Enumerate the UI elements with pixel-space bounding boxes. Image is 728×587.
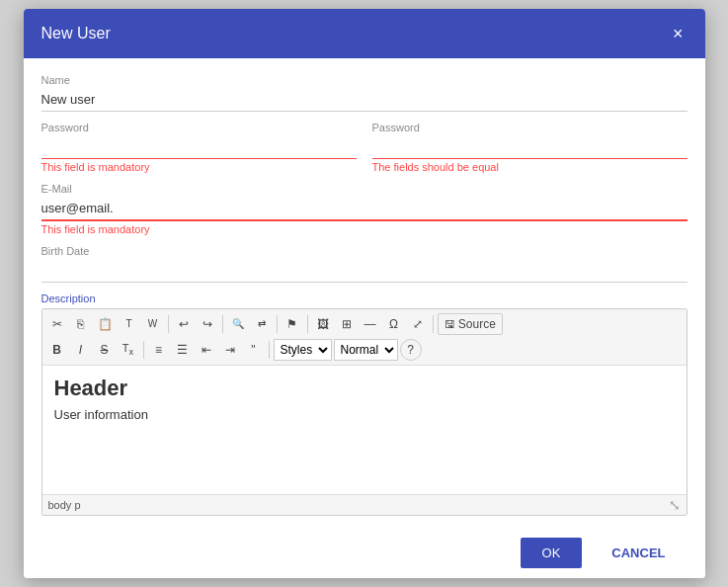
editor-statusbar: body p ⤡ — [42, 494, 687, 515]
unordered-list-btn[interactable]: ☰ — [172, 340, 194, 361]
cancel-button[interactable]: CANCEL — [590, 538, 687, 568]
password-confirm-input[interactable] — [372, 135, 688, 159]
birthdate-label: Birth Date — [41, 245, 688, 257]
statusbar-text: body p — [48, 499, 81, 511]
bold-btn[interactable]: B — [46, 340, 68, 361]
cut-btn[interactable]: ✂ — [46, 314, 68, 335]
italic-btn[interactable]: I — [70, 340, 92, 361]
name-field-group: Name — [41, 74, 688, 112]
dialog-body: Name Password This field is mandatory Pa… — [24, 58, 705, 529]
dialog-title: New User — [41, 25, 111, 42]
sep-4 — [307, 315, 308, 333]
password-field-group: Password This field is mandatory — [41, 122, 357, 173]
paste-text-btn[interactable]: T — [119, 315, 140, 333]
paste-btn[interactable]: 📋 — [94, 314, 117, 335]
copy-btn[interactable]: ⎘ — [70, 314, 92, 335]
find-btn[interactable]: 🔍 — [227, 315, 249, 333]
source-btn[interactable]: 🖫 Source — [438, 313, 503, 336]
undo-btn[interactable]: ↩ — [173, 314, 195, 335]
sep-5 — [433, 315, 434, 333]
maximize-btn[interactable]: ⤢ — [407, 314, 429, 335]
email-field-group: E-Mail This field is mandatory — [41, 183, 688, 235]
sep-7 — [269, 341, 270, 359]
password-confirm-label: Password — [372, 122, 688, 133]
close-button[interactable]: × — [669, 23, 688, 44]
styles-select[interactable]: Styles — [274, 339, 332, 361]
name-input[interactable] — [41, 88, 688, 112]
description-label: Description — [41, 293, 688, 304]
email-label: E-Mail — [41, 183, 688, 195]
flag-btn[interactable]: ⚑ — [282, 314, 303, 335]
birthdate-input[interactable] — [41, 259, 688, 283]
editor-paragraph: User information — [54, 407, 675, 422]
paste-word-btn[interactable]: W — [142, 315, 164, 333]
help-btn[interactable]: ? — [400, 339, 422, 361]
editor-heading: Header — [54, 376, 675, 401]
name-label: Name — [41, 74, 688, 86]
help-label: ? — [407, 342, 414, 359]
password-input[interactable] — [41, 135, 357, 159]
indent-btn[interactable]: ⇥ — [219, 340, 241, 361]
replace-btn[interactable]: ⇄ — [251, 315, 273, 333]
editor-content[interactable]: Header User information — [42, 366, 687, 494]
rich-text-editor: ✂ ⎘ 📋 T W ↩ ↪ 🔍 ⇄ ⚑ 🖼 ⊞ — — [41, 308, 688, 517]
dialog-header: New User × — [24, 9, 705, 58]
new-user-dialog: New User × Name Password This field is m… — [24, 9, 705, 579]
ok-button[interactable]: OK — [521, 538, 583, 568]
source-label: Source — [458, 317, 496, 331]
blockquote-btn[interactable]: " — [243, 340, 265, 361]
dialog-footer: OK CANCEL — [24, 528, 705, 578]
password-confirm-field-group: Password The fields should be equal — [372, 122, 688, 173]
special-char-btn[interactable]: Ω — [383, 314, 405, 335]
sep-3 — [277, 315, 278, 333]
strikethrough-btn[interactable]: S — [94, 340, 116, 361]
source-icon: 🖫 — [445, 318, 455, 330]
table-btn[interactable]: ⊞ — [336, 314, 358, 335]
password-row: Password This field is mandatory Passwor… — [41, 122, 688, 183]
remove-format-btn[interactable]: Tx — [118, 339, 139, 361]
redo-btn[interactable]: ↪ — [197, 314, 218, 335]
password-confirm-error: The fields should be equal — [372, 161, 688, 173]
email-error: This field is mandatory — [41, 223, 688, 235]
sep-2 — [222, 315, 223, 333]
toolbar-row-1: ✂ ⎘ 📋 T W ↩ ↪ 🔍 ⇄ ⚑ 🖼 ⊞ — — [46, 313, 683, 336]
ordered-list-btn[interactable]: ≡ — [148, 340, 170, 361]
sep-6 — [143, 341, 144, 359]
password-label: Password — [41, 122, 357, 133]
format-select[interactable]: Normal — [334, 339, 398, 361]
editor-toolbar: ✂ ⎘ 📋 T W ↩ ↪ 🔍 ⇄ ⚑ 🖼 ⊞ — — [42, 309, 687, 367]
image-btn[interactable]: 🖼 — [312, 314, 334, 335]
resize-handle[interactable]: ⤡ — [669, 497, 681, 513]
toolbar-row-2: B I S Tx ≡ ☰ ⇤ ⇥ " Styles Normal — [46, 339, 683, 361]
hr-btn[interactable]: — — [360, 314, 381, 335]
birthdate-field-group: Birth Date — [41, 245, 688, 283]
password-error: This field is mandatory — [41, 161, 357, 173]
sep-1 — [168, 315, 169, 333]
outdent-btn[interactable]: ⇤ — [196, 340, 217, 361]
email-input[interactable] — [41, 197, 688, 221]
